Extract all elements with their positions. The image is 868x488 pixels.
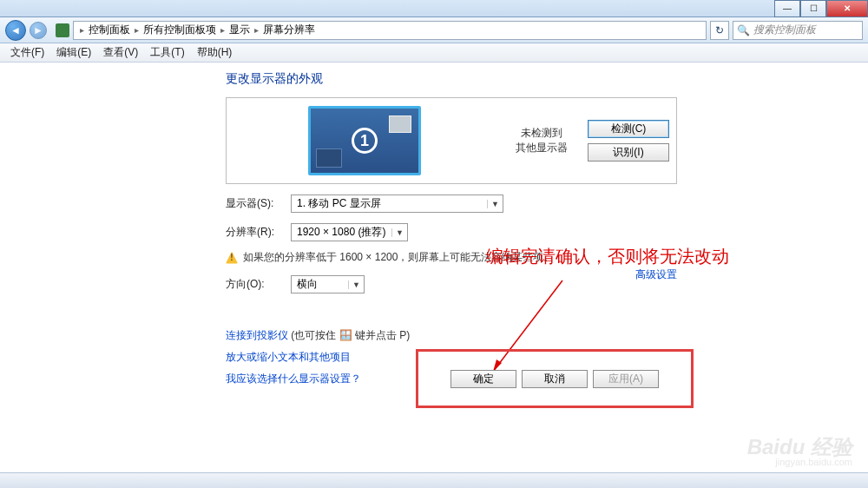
display-preview[interactable]: 1 bbox=[227, 98, 503, 183]
resolution-dropdown[interactable]: 1920 × 1080 (推荐) ▼ bbox=[291, 223, 408, 241]
search-input[interactable]: 🔍 搜索控制面板 bbox=[733, 21, 863, 40]
chevron-right-icon: ▸ bbox=[132, 25, 141, 35]
apply-button[interactable]: 应用(A) bbox=[593, 370, 659, 388]
page-title: 更改显示器的外观 bbox=[226, 71, 868, 87]
breadcrumb-item[interactable]: 控制面板 bbox=[89, 23, 130, 37]
monitor-number: 1 bbox=[352, 128, 378, 154]
chevron-down-icon: ▼ bbox=[348, 280, 360, 289]
detect-button[interactable]: 检测(C) bbox=[588, 120, 669, 138]
orientation-label: 方向(O): bbox=[226, 277, 291, 292]
search-icon: 🔍 bbox=[737, 24, 750, 36]
breadcrumb-item[interactable]: 所有控制面板项 bbox=[143, 23, 216, 37]
menu-bar: 文件(F) 编辑(E) 查看(V) 工具(T) 帮助(H) bbox=[0, 43, 868, 63]
not-detected-line1: 未检测到 bbox=[508, 126, 575, 141]
monitor-thumb-icon bbox=[389, 115, 411, 133]
menu-tools[interactable]: 工具(T) bbox=[145, 43, 189, 62]
cancel-button[interactable]: 取消 bbox=[522, 370, 588, 388]
chevron-right-icon: ▸ bbox=[218, 25, 227, 35]
titlebar: — ☐ ✕ bbox=[0, 0, 868, 17]
status-bar bbox=[0, 472, 868, 488]
detect-buttons-column: 检测(C) 识别(I) bbox=[581, 113, 676, 168]
display-label: 显示器(S): bbox=[226, 196, 291, 211]
advanced-settings-link[interactable]: 高级设置 bbox=[635, 268, 677, 280]
minimize-button[interactable]: — bbox=[774, 0, 800, 17]
identify-button[interactable]: 识别(I) bbox=[588, 143, 669, 162]
back-button[interactable]: ◄ bbox=[5, 20, 26, 41]
content-area: 更改显示器的外观 1 未检测到 其他显示器 检测(C) 识别(I) 显示器(S)… bbox=[0, 63, 868, 472]
display-arrangement-box: 1 未检测到 其他显示器 检测(C) 识别(I) bbox=[226, 97, 677, 184]
projector-hint: (也可按住 🪟 键并点击 P) bbox=[291, 329, 410, 341]
chevron-down-icon: ▼ bbox=[487, 200, 499, 208]
chevron-right-icon: ▸ bbox=[77, 25, 87, 35]
breadcrumb-item[interactable]: 屏幕分辨率 bbox=[263, 23, 315, 37]
not-detected-text: 未检测到 其他显示器 bbox=[503, 126, 581, 155]
address-bar: ◄ ► ▸ 控制面板 ▸ 所有控制面板项 ▸ 显示 ▸ 屏幕分辨率 ↻ 🔍 搜索… bbox=[0, 17, 868, 43]
not-detected-line2: 其他显示器 bbox=[508, 141, 575, 155]
breadcrumb-item[interactable]: 显示 bbox=[229, 23, 250, 37]
display-row: 显示器(S): 1. 移动 PC 显示屏 ▼ bbox=[226, 195, 868, 213]
close-button[interactable]: ✕ bbox=[826, 0, 868, 17]
menu-view[interactable]: 查看(V) bbox=[98, 43, 143, 62]
display-dropdown[interactable]: 1. 移动 PC 显示屏 ▼ bbox=[291, 195, 503, 213]
monitor-thumb2-icon bbox=[316, 148, 342, 168]
monitor-1[interactable]: 1 bbox=[308, 106, 421, 175]
projector-link[interactable]: 连接到投影仪 bbox=[226, 329, 288, 341]
breadcrumb[interactable]: ▸ 控制面板 ▸ 所有控制面板项 ▸ 显示 ▸ 屏幕分辨率 bbox=[73, 21, 707, 40]
resolution-row: 分辨率(R): 1920 × 1080 (推荐) ▼ bbox=[226, 223, 868, 241]
maximize-button[interactable]: ☐ bbox=[800, 0, 826, 17]
annotation-text: 编辑完请确认，否则将无法改动 bbox=[486, 245, 729, 268]
action-buttons-highlight: 确定 取消 应用(A) bbox=[416, 349, 694, 408]
resolution-label: 分辨率(R): bbox=[226, 225, 291, 240]
chevron-right-icon: ▸ bbox=[252, 25, 261, 35]
orientation-value: 横向 bbox=[297, 277, 318, 292]
menu-help[interactable]: 帮助(H) bbox=[192, 43, 238, 62]
warning-icon: ! bbox=[226, 252, 238, 264]
control-panel-icon bbox=[56, 23, 69, 37]
window-buttons: — ☐ ✕ bbox=[774, 0, 868, 17]
orientation-dropdown[interactable]: 横向 ▼ bbox=[291, 275, 365, 293]
ok-button[interactable]: 确定 bbox=[450, 370, 516, 388]
display-value: 1. 移动 PC 显示屏 bbox=[297, 196, 381, 211]
resolution-value: 1920 × 1080 (推荐) bbox=[297, 225, 385, 240]
chevron-down-icon: ▼ bbox=[391, 228, 404, 237]
menu-file[interactable]: 文件(F) bbox=[5, 43, 49, 62]
forward-button[interactable]: ► bbox=[30, 22, 47, 39]
refresh-button[interactable]: ↻ bbox=[710, 21, 729, 40]
advanced-settings-wrapper: 高级设置 bbox=[635, 267, 677, 282]
search-placeholder: 搜索控制面板 bbox=[753, 23, 816, 37]
menu-edit[interactable]: 编辑(E) bbox=[51, 43, 96, 62]
